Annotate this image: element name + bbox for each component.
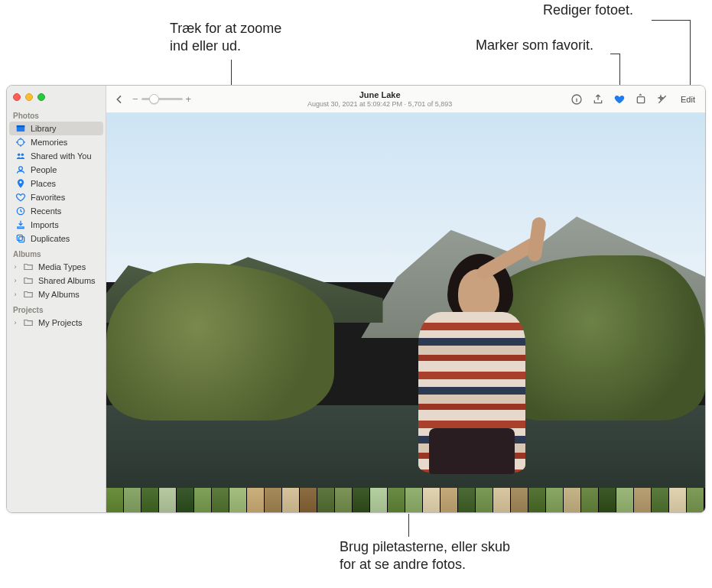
callout-edit-line bbox=[690, 20, 691, 90]
thumbnail[interactable] bbox=[669, 488, 687, 512]
enhance-button[interactable] bbox=[654, 91, 671, 108]
chevron-right-icon: › bbox=[12, 319, 18, 326]
toolbar-title-area: June Lake August 30, 2021 at 5:09:42 PM … bbox=[196, 90, 564, 109]
toolbar-right: Edit bbox=[568, 91, 701, 108]
sidebar-item-shared[interactable]: Shared with You bbox=[9, 149, 103, 163]
thumbnail[interactable] bbox=[564, 488, 581, 512]
sidebar-item-label: My Projects bbox=[38, 318, 99, 327]
svg-point-6 bbox=[20, 181, 22, 184]
thumbnail[interactable] bbox=[265, 488, 282, 512]
thumbnail[interactable] bbox=[388, 488, 405, 512]
close-icon[interactable] bbox=[13, 93, 21, 101]
sidebar-item-my-projects[interactable]: › My Projects bbox=[9, 316, 103, 330]
sidebar-item-label: Media Types bbox=[38, 262, 99, 271]
shared-icon bbox=[15, 151, 26, 161]
favorites-icon bbox=[15, 192, 26, 203]
photo-subtitle: August 30, 2021 at 5:09:42 PM · 5,701 of… bbox=[196, 100, 564, 109]
thumbnail[interactable] bbox=[458, 488, 476, 512]
sidebar-item-recents[interactable]: Recents bbox=[9, 204, 103, 218]
photos-window: Photos Library Memories Shared with You bbox=[6, 85, 706, 513]
sidebar-item-shared-albums[interactable]: › Shared Albums bbox=[9, 274, 103, 288]
thumbnail[interactable] bbox=[634, 488, 652, 512]
favorite-button[interactable] bbox=[611, 91, 628, 108]
callout-favorite: Marker som favorit. bbox=[476, 37, 593, 54]
info-button[interactable] bbox=[568, 91, 585, 108]
sidebar-item-my-albums[interactable]: › My Albums bbox=[9, 288, 103, 301]
share-button[interactable] bbox=[590, 91, 606, 108]
minimize-icon[interactable] bbox=[25, 93, 33, 101]
thumbnail[interactable] bbox=[212, 488, 229, 512]
rotate-button[interactable] bbox=[632, 91, 649, 108]
thumbnail[interactable] bbox=[335, 488, 353, 512]
sidebar-item-imports[interactable]: Imports bbox=[9, 218, 103, 232]
thumbnail[interactable] bbox=[511, 488, 528, 512]
folder-icon bbox=[23, 262, 34, 272]
sidebar-item-label: Recents bbox=[31, 206, 99, 216]
thumbnail[interactable] bbox=[423, 488, 441, 512]
sidebar-item-favorites[interactable]: Favorites bbox=[9, 190, 103, 204]
thumbnail[interactable] bbox=[106, 488, 124, 512]
thumbnail[interactable] bbox=[317, 488, 335, 512]
thumbnail[interactable] bbox=[687, 488, 704, 512]
sidebar-item-label: Duplicates bbox=[31, 234, 99, 243]
body-area: Photos Library Memories Shared with You bbox=[7, 86, 705, 512]
thumbnail[interactable] bbox=[546, 488, 564, 512]
sidebar-item-label: Imports bbox=[31, 220, 99, 229]
thumbnail[interactable] bbox=[528, 488, 546, 512]
back-button[interactable] bbox=[111, 91, 128, 108]
library-icon bbox=[15, 123, 26, 134]
chevron-right-icon: › bbox=[12, 277, 18, 284]
sidebar-item-label: Shared Albums bbox=[38, 276, 99, 285]
svg-rect-9 bbox=[19, 237, 24, 242]
svg-rect-11 bbox=[637, 96, 644, 102]
thumbnail[interactable] bbox=[141, 488, 159, 512]
thumbnail[interactable] bbox=[282, 488, 300, 512]
thumbnail[interactable] bbox=[194, 488, 212, 512]
sidebar-item-duplicates[interactable]: Duplicates bbox=[9, 232, 103, 245]
sidebar-item-media-types[interactable]: › Media Types bbox=[9, 260, 103, 274]
thumbnail[interactable] bbox=[124, 488, 141, 512]
thumbnail[interactable] bbox=[493, 488, 511, 512]
svg-point-2 bbox=[18, 139, 24, 145]
thumbnail[interactable] bbox=[441, 488, 458, 512]
sidebar-item-people[interactable]: People bbox=[9, 163, 103, 177]
sidebar-item-memories[interactable]: Memories bbox=[9, 135, 103, 149]
thumbnail[interactable] bbox=[229, 488, 247, 512]
thumbnail[interactable] bbox=[476, 488, 493, 512]
zoom-out-icon: − bbox=[132, 93, 138, 105]
sidebar-item-label: Shared with You bbox=[31, 151, 99, 161]
sidebar-section-photos: Photos bbox=[7, 107, 106, 122]
sidebar-section-projects: Projects bbox=[7, 301, 106, 316]
folder-icon bbox=[23, 275, 34, 286]
fullscreen-icon[interactable] bbox=[37, 93, 45, 101]
svg-rect-8 bbox=[17, 235, 22, 240]
thumbnail[interactable] bbox=[405, 488, 423, 512]
thumbnail[interactable] bbox=[177, 488, 194, 512]
photo-viewer[interactable] bbox=[106, 113, 705, 488]
thumbnail[interactable] bbox=[300, 488, 317, 512]
duplicates-icon bbox=[15, 233, 26, 244]
thumbnail[interactable] bbox=[581, 488, 599, 512]
svg-point-5 bbox=[19, 167, 23, 171]
sidebar-item-places[interactable]: Places bbox=[9, 177, 103, 190]
zoom-knob[interactable] bbox=[149, 94, 159, 104]
thumbnail[interactable] bbox=[616, 488, 634, 512]
thumbnail-strip[interactable] bbox=[106, 488, 705, 512]
thumbnail[interactable] bbox=[370, 488, 388, 512]
thumbnail[interactable] bbox=[652, 488, 669, 512]
thumbnail[interactable] bbox=[599, 488, 616, 512]
zoom-slider[interactable]: − + bbox=[132, 93, 191, 105]
edit-button[interactable]: Edit bbox=[675, 93, 701, 106]
sidebar-item-label: My Albums bbox=[38, 290, 99, 299]
main-area: − + June Lake August 30, 2021 at 5:09:42… bbox=[106, 86, 705, 512]
sidebar-item-library[interactable]: Library bbox=[9, 122, 103, 135]
thumbnail[interactable] bbox=[247, 488, 265, 512]
svg-rect-1 bbox=[17, 125, 25, 127]
thumbnail[interactable] bbox=[353, 488, 370, 512]
thumbnail[interactable] bbox=[159, 488, 177, 512]
callout-arrows: Brug piletasterne, eller skub for at se … bbox=[340, 538, 510, 574]
zoom-track[interactable] bbox=[141, 98, 183, 100]
window-controls bbox=[7, 89, 106, 107]
callout-edit: Rediger fotoet. bbox=[543, 2, 633, 19]
imports-icon bbox=[15, 219, 26, 230]
